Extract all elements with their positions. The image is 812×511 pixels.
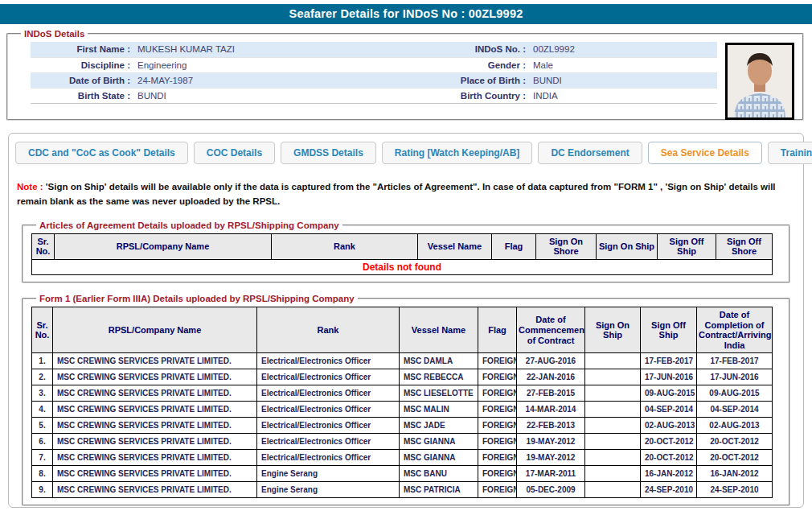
table-cell: 09-AUG-2015 — [697, 385, 773, 402]
table-cell: 20-OCT-2012 — [641, 434, 697, 450]
table-cell: 04-SEP-2014 — [697, 402, 773, 418]
field-value: Engineering — [135, 58, 362, 72]
table-cell: FOREIGN — [478, 385, 517, 402]
table-cell — [585, 385, 641, 402]
table-cell: MSC CREWING SERVICES PRIVATE LIMITED. — [53, 402, 257, 418]
table-cell: 17-MAR-2011 — [517, 466, 585, 482]
table-cell: 6. — [32, 434, 53, 450]
table-cell — [585, 402, 641, 418]
table-cell: FOREIGN — [478, 450, 517, 466]
tab-bar: CDC and "CoC as Cook" DetailsCOC Details… — [9, 134, 803, 164]
table-cell — [585, 418, 641, 434]
table-cell: 20-OCT-2012 — [697, 450, 773, 466]
column-header: Flag — [478, 307, 517, 353]
table-row: 6.MSC CREWING SERVICES PRIVATE LIMITED.E… — [32, 434, 773, 450]
field-value: INDIA — [531, 89, 717, 103]
indos-detail-row: First Name :MUKESH KUMAR TAZIINDoS No. :… — [31, 42, 717, 57]
table-cell: MSC CREWING SERVICES PRIVATE LIMITED. — [53, 466, 257, 482]
table-cell: 02-AUG-2013 — [697, 418, 773, 434]
table-cell: MSC DAMLA — [400, 353, 478, 369]
table-row: 9.MSC CREWING SERVICES PRIVATE LIMITED.E… — [32, 482, 773, 498]
table-cell: 17-FEB-2017 — [697, 353, 773, 369]
column-header: RPSL/Company Name — [53, 307, 257, 353]
table-cell — [585, 353, 641, 369]
page-title: Seafarer Details for INDoS No : 00ZL9992 — [0, 4, 812, 24]
tab-rating-watch-keeping-ab[interactable]: Rating [Watch Keeping/AB] — [382, 142, 533, 164]
articles-legend: Articles of Agreement Details uploaded b… — [36, 220, 342, 230]
form1-legend: Form 1 (Earlier Form IIIA) Details uploa… — [36, 294, 358, 303]
table-cell: 22-JAN-2016 — [517, 369, 585, 385]
table-cell: Engine Serang — [257, 482, 400, 498]
column-header: Rank — [272, 233, 418, 259]
field-value: Male — [531, 58, 717, 72]
table-cell: 17-JUN-2016 — [697, 369, 773, 385]
table-cell: Engine Serang — [257, 466, 400, 482]
details-not-found-message: Details not found — [32, 259, 773, 274]
field-label: Birth Country : — [362, 89, 531, 103]
table-cell: MSC GIANNA — [400, 434, 478, 450]
tab-training-details[interactable]: Training Details — [768, 142, 812, 164]
table-cell: 20-OCT-2012 — [641, 450, 697, 466]
table-cell: MSC CREWING SERVICES PRIVATE LIMITED. — [53, 418, 257, 434]
table-row: 8.MSC CREWING SERVICES PRIVATE LIMITED.E… — [32, 466, 773, 482]
table-cell: 05-DEC-2009 — [517, 482, 585, 498]
seafarer-photo — [725, 43, 794, 120]
column-header: RPSL/Company Name — [55, 233, 272, 259]
column-header: Vessel Name — [400, 307, 478, 353]
indos-details-legend: INDoS Details — [21, 29, 88, 39]
table-cell: 1. — [32, 353, 53, 369]
field-label: Birth State : — [31, 89, 135, 103]
indos-detail-row: Date of Birth :24-MAY-1987Place of Birth… — [31, 72, 717, 88]
articles-of-agreement-fieldset: Articles of Agreement Details uploaded b… — [22, 220, 790, 283]
table-cell — [585, 466, 641, 482]
articles-header-row: Sr. No.RPSL/Company NameRankVessel NameF… — [32, 233, 773, 259]
table-cell: MSC CREWING SERVICES PRIVATE LIMITED. — [53, 369, 257, 385]
table-cell: 04-SEP-2014 — [641, 402, 697, 418]
table-cell: 5. — [32, 418, 53, 434]
table-cell: 09-AUG-2015 — [641, 385, 697, 402]
table-cell: MSC CREWING SERVICES PRIVATE LIMITED. — [53, 482, 257, 498]
tab-gmdss-details[interactable]: GMDSS Details — [281, 142, 376, 164]
articles-table: Sr. No.RPSL/Company NameRankVessel NameF… — [31, 233, 773, 275]
column-header: Sign Off Ship — [641, 307, 697, 353]
sign-on-ship-note: Note : 'Sign on Ship' details will be av… — [17, 180, 795, 209]
tab-coc-details[interactable]: COC Details — [194, 142, 275, 164]
table-cell: 24-SEP-2010 — [697, 482, 773, 498]
field-value: 24-MAY-1987 — [135, 73, 362, 88]
field-value: BUNDI — [531, 73, 717, 88]
tab-dc-endorsement[interactable]: DC Endorsement — [538, 142, 642, 164]
table-cell — [585, 434, 641, 450]
indos-details-fieldset: INDoS Details First Name :MUKESH KUMAR T… — [6, 29, 804, 121]
table-cell: FOREIGN — [478, 434, 517, 450]
column-header: Sign On Shore — [536, 233, 597, 259]
field-label: Place of Birth : — [362, 73, 531, 88]
tab-cdc-and-coc-as-cook-details[interactable]: CDC and "CoC as Cook" Details — [15, 142, 188, 164]
table-cell: Electrical/Electronics Officer — [257, 450, 400, 466]
table-cell: MSC MALIN — [400, 402, 478, 418]
table-cell: MSC CREWING SERVICES PRIVATE LIMITED. — [53, 434, 257, 450]
table-cell: 4. — [32, 402, 53, 418]
table-cell: MSC CREWING SERVICES PRIVATE LIMITED. — [53, 353, 257, 369]
table-cell: MSC JADE — [400, 418, 478, 434]
table-cell: 17-FEB-2017 — [641, 353, 697, 369]
table-cell: FOREIGN — [478, 402, 517, 418]
table-cell: 19-MAY-2012 — [517, 434, 585, 450]
table-cell: 16-JAN-2012 — [641, 466, 697, 482]
table-cell: 22-FEB-2013 — [517, 418, 585, 434]
tab-sea-service-details[interactable]: Sea Service Details — [648, 142, 762, 164]
field-label: Gender : — [362, 58, 531, 72]
table-cell: 7. — [32, 450, 53, 466]
table-row: 4.MSC CREWING SERVICES PRIVATE LIMITED.E… — [32, 402, 773, 418]
indos-detail-row: Birth State :BUNDIBirth Country :INDIA — [31, 88, 717, 103]
table-cell: Electrical/Electronics Officer — [257, 385, 400, 402]
column-header: Sr. No. — [32, 233, 55, 259]
column-header: Date of Commencement of Contract — [517, 307, 585, 353]
table-cell: 14-MAR-2014 — [517, 402, 585, 418]
table-cell: FOREIGN — [478, 482, 517, 498]
column-header: Sign On Ship — [597, 233, 658, 259]
form1-table-body: 1.MSC CREWING SERVICES PRIVATE LIMITED.E… — [32, 353, 773, 498]
table-cell: 2. — [32, 369, 53, 385]
table-cell: MSC LIESELOTTE — [400, 385, 478, 402]
table-row: 7.MSC CREWING SERVICES PRIVATE LIMITED.E… — [32, 450, 773, 466]
column-header: Flag — [492, 233, 536, 259]
